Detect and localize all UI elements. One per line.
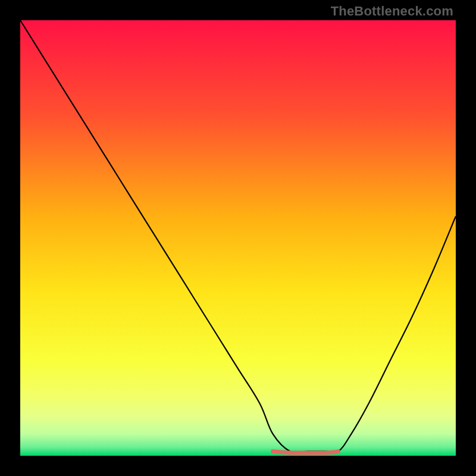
bottleneck-curve — [20, 20, 456, 453]
watermark-text: TheBottleneck.com — [331, 4, 453, 19]
flat-valley-marker — [273, 452, 339, 453]
plot-area — [20, 20, 456, 456]
chart-lines — [20, 20, 456, 456]
chart-container: TheBottleneck.com — [0, 0, 476, 476]
